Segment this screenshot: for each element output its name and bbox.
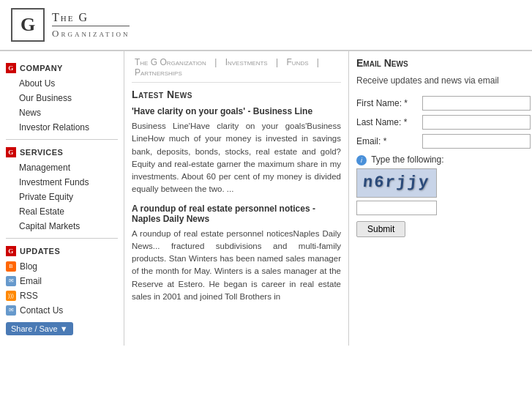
content-area: The G Organization | Investments | Funds… — [124, 51, 349, 346]
first-name-row: First Name: * — [356, 96, 525, 111]
article-2: A roundup of real estate personnel notic… — [132, 204, 341, 304]
sidebar-item-management[interactable]: Management — [0, 160, 124, 175]
logo: G — [11, 8, 45, 42]
g-icon-company: G — [6, 63, 16, 73]
rss-icon: ))) — [6, 291, 16, 301]
sidebar-section-company: G Company — [0, 60, 124, 76]
g-icon-services: G — [6, 147, 16, 157]
captcha-code: n6rjjy — [362, 174, 430, 192]
share-save-button[interactable]: Share / Save ▼ — [6, 322, 73, 335]
email-row: Email: * — [356, 134, 525, 149]
first-name-input[interactable] — [422, 96, 531, 111]
sidebar-email-label: Email — [20, 276, 42, 286]
sidebar: G Company About Us Our Business News Inv… — [0, 51, 124, 346]
captcha-section: i Type the following: n6rjjy — [356, 154, 525, 215]
contact-icon: ✉ — [6, 305, 16, 316]
article-1: 'Have clarity on your goals' - Business … — [132, 106, 341, 196]
last-name-row: Last Name: * — [356, 115, 525, 130]
last-name-input[interactable] — [422, 115, 531, 130]
sidebar-item-blog[interactable]: B Blog — [0, 259, 124, 274]
sidebar-company-label: Company — [20, 64, 63, 72]
captcha-input[interactable] — [356, 201, 437, 215]
sidebar-contact-label: Contact Us — [20, 305, 63, 316]
sidebar-section-updates: G Updates — [0, 243, 124, 259]
nav-partnerships[interactable]: Partnerships — [132, 67, 185, 78]
sidebar-divider-2 — [6, 238, 118, 239]
sidebar-section-services: G Services — [0, 144, 124, 160]
nav-funds[interactable]: Funds — [284, 57, 312, 67]
captcha-image: n6rjjy — [356, 168, 437, 198]
sidebar-item-real-estate[interactable]: Real Estate — [0, 204, 124, 219]
sidebar-rss-label: RSS — [20, 291, 38, 301]
sidebar-item-news[interactable]: News — [0, 105, 124, 120]
first-name-label: First Name: * — [356, 98, 422, 108]
org-name: The G Organization — [52, 11, 130, 40]
article-2-body: A roundup of real estate personnel notic… — [132, 228, 341, 304]
sidebar-services-label: Services — [20, 148, 63, 157]
latest-news-title: Latest News — [132, 89, 341, 100]
email-input[interactable] — [422, 134, 531, 149]
last-name-label: Last Name: * — [356, 117, 422, 127]
g-icon-updates: G — [6, 246, 16, 256]
header: G The G Organization — [0, 0, 532, 51]
org-name-line2: Organization — [52, 28, 130, 40]
sidebar-item-contact-us[interactable]: ✉ Contact Us — [0, 303, 124, 318]
sidebar-item-email[interactable]: ✉ Email — [0, 274, 124, 288]
email-panel-description: Receive updates and news via email — [356, 75, 525, 87]
email-icon: ✉ — [6, 276, 16, 286]
sidebar-item-investor-relations[interactable]: Investor Relations — [0, 120, 124, 135]
article-1-body: Business Line'Have clarity on your goals… — [132, 120, 341, 196]
email-panel: Email News Receive updates and news via … — [349, 51, 532, 346]
logo-letter: G — [20, 14, 35, 36]
submit-button[interactable]: Submit — [356, 221, 405, 237]
email-label: Email: * — [356, 136, 422, 146]
captcha-info-icon: i — [356, 155, 367, 165]
sidebar-item-investment-funds[interactable]: Investment Funds — [0, 175, 124, 190]
sidebar-item-capital-markets[interactable]: Capital Markets — [0, 219, 124, 234]
sidebar-item-private-equity[interactable]: Private Equity — [0, 190, 124, 204]
sidebar-item-our-business[interactable]: Our Business — [0, 91, 124, 105]
blog-icon: B — [6, 261, 16, 272]
sidebar-item-rss[interactable]: ))) RSS — [0, 288, 124, 303]
sidebar-updates-label: Updates — [20, 247, 60, 256]
nav-the-g-org[interactable]: The G Organization — [132, 57, 209, 67]
email-panel-title: Email News — [356, 57, 525, 69]
captcha-label: i Type the following: — [356, 154, 525, 165]
article-1-headline[interactable]: 'Have clarity on your goals' - Business … — [132, 106, 341, 116]
main-layout: G Company About Us Our Business News Inv… — [0, 51, 532, 346]
article-2-headline[interactable]: A roundup of real estate personnel notic… — [132, 204, 341, 224]
sidebar-divider-1 — [6, 139, 118, 140]
sidebar-item-about-us[interactable]: About Us — [0, 76, 124, 91]
content-nav: The G Organization | Investments | Funds… — [132, 57, 341, 83]
sidebar-blog-label: Blog — [20, 261, 37, 272]
nav-investments[interactable]: Investments — [222, 57, 271, 67]
org-name-line1: The G — [52, 11, 130, 26]
